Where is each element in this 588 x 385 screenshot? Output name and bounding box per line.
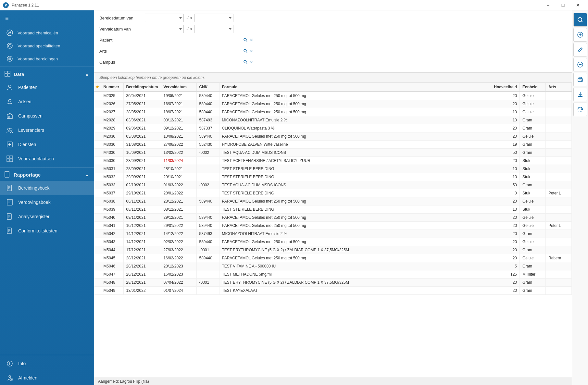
table-row[interactable]: M4030 16/09/2021 13/02/2022 -0002 TEST A…	[94, 149, 572, 157]
sidebar-item-bereidingsboek[interactable]: Bereidingsboek	[0, 181, 94, 195]
table-row[interactable]: M5033 02/10/2021 01/03/2022 -0002 TEST A…	[94, 181, 572, 189]
arts-input[interactable]	[145, 47, 255, 55]
row-star	[94, 108, 101, 116]
maximize-button[interactable]: □	[556, 0, 570, 10]
patient-input[interactable]	[145, 36, 255, 44]
col-header-bereidingsdatum[interactable]: Bereidingsdatum	[123, 83, 161, 92]
search-toolbar-button[interactable]	[573, 13, 587, 27]
table-row[interactable]: M5031 28/09/2021 28/10/2021 TEST STERIEL…	[94, 165, 572, 173]
row-cnk: 589440	[196, 222, 219, 230]
bereidingsdatum-van-select[interactable]	[145, 14, 184, 22]
col-header-formule[interactable]: Formule	[219, 83, 487, 92]
table-row[interactable]: M5046 28/12/2021 28/12/2023 TEST VITAMIN…	[94, 262, 572, 270]
table-row[interactable]: M5045 28/12/2021 16/02/2022 589440 PARAC…	[94, 254, 572, 262]
table-row[interactable]: M5043 14/12/2021 02/02/2022 589440 PARAC…	[94, 238, 572, 246]
row-hoeveelheid: 125	[487, 270, 520, 279]
sidebar-item-bereidingen-voorraad[interactable]: Voorraad bereidingen	[0, 52, 94, 65]
col-header-nummer[interactable]: Nummer	[101, 83, 123, 92]
rapportage-section-header[interactable]: Rapportage ▲	[0, 169, 94, 181]
arts-search-icon[interactable]	[243, 48, 248, 54]
table-row[interactable]: M5048 28/12/2021 07/04/2022 -0001 TEST E…	[94, 279, 572, 287]
sidebar-item-diensten[interactable]: Diensten	[0, 137, 94, 152]
table-row[interactable]: M5047 28/12/2021 16/02/2023 TEST METHADO…	[94, 270, 572, 279]
table-row[interactable]: M2030 03/08/2021 10/08/2021 589440 PARAC…	[94, 132, 572, 141]
row-nummer: M2029	[101, 124, 123, 132]
campus-input[interactable]	[145, 58, 255, 66]
patient-clear-icon[interactable]: ✕	[249, 37, 254, 43]
row-formule: TEST STERIELE BEREIDING	[219, 205, 487, 214]
row-star	[94, 149, 101, 157]
row-cnk: 587493	[196, 116, 219, 124]
patient-search-icon[interactable]	[243, 37, 248, 43]
row-bereidingsdatum: 03/06/2021	[123, 116, 161, 124]
sidebar-item-conformiteitstesten[interactable]: Conformiteitstesten	[0, 224, 94, 238]
table-row[interactable]: M5041 10/12/2021 29/01/2022 589440 PARAC…	[94, 222, 572, 230]
arts-input-wrapper: ✕	[145, 47, 255, 55]
campus-clear-icon[interactable]: ✕	[249, 59, 254, 65]
table-row[interactable]: M2025 30/04/2021 19/06/2021 589440 PARAC…	[94, 92, 572, 100]
data-section-header[interactable]: Data ▲	[0, 68, 94, 80]
table-row[interactable]: M2026 27/05/2021 16/07/2021 589440 PARAC…	[94, 100, 572, 108]
close-button[interactable]: ✕	[570, 0, 585, 10]
sidebar-item-leveranciers[interactable]: Leveranciers	[0, 123, 94, 137]
vervaldatum-van-select[interactable]	[145, 25, 184, 33]
col-header-star[interactable]: ★	[94, 83, 101, 92]
sidebar-item-analyseregister[interactable]: Analyseregister	[0, 209, 94, 224]
table-row[interactable]: M5032 29/09/2021 29/10/2021 TEST STERIEL…	[94, 173, 572, 181]
sidebar-item-campussen[interactable]: Campussen	[0, 109, 94, 123]
row-arts	[546, 132, 572, 141]
table-row[interactable]: M5039 08/11/2021 08/12/2021 TEST STERIEL…	[94, 205, 572, 214]
vervaldatum-tm-label: t/m	[186, 27, 192, 31]
patient-label: Patiënt	[99, 38, 145, 43]
table-row[interactable]: M5037 29/10/2021 28/01/2022 TEST STERIEL…	[94, 189, 572, 197]
table-row[interactable]: M5049 13/01/2022 01/07/2024 TEST KAYEXAL…	[94, 287, 572, 295]
row-star	[94, 141, 101, 149]
minus-toolbar-button[interactable]	[573, 58, 587, 71]
col-header-cnk[interactable]: CNK	[196, 83, 219, 92]
table-row[interactable]: M3030 31/08/2021 27/06/2022 552430 HYDRO…	[94, 141, 572, 149]
sidebar-item-artsen[interactable]: Artsen	[0, 94, 94, 109]
table-row[interactable]: M5044 17/12/2021 27/03/2022 -0001 TEST E…	[94, 246, 572, 254]
table-row[interactable]: M2028 03/06/2021 03/12/2021 587493 MICON…	[94, 116, 572, 124]
row-nummer: M2028	[101, 116, 123, 124]
campus-search-icon[interactable]	[243, 59, 248, 65]
sidebar-item-info[interactable]: Info	[0, 356, 94, 371]
print-toolbar-button[interactable]	[573, 73, 587, 86]
col-header-hoeveelheid[interactable]: Hoeveelheid	[487, 83, 520, 92]
sidebar-item-voorraadplaatsen[interactable]: Voorraadplaatsen	[0, 152, 94, 166]
edit-toolbar-button[interactable]	[573, 43, 587, 56]
col-header-eenheid[interactable]: Eenheid	[520, 83, 546, 92]
sidebar-item-afmelden[interactable]: Afmelden	[0, 371, 94, 385]
sidebar-item-verdovingsboek[interactable]: Verdovingsboek	[0, 195, 94, 209]
minimize-button[interactable]: −	[541, 0, 556, 10]
col-header-arts[interactable]: Arts	[546, 83, 572, 92]
vervaldatum-label: Vervaldatum van	[99, 27, 145, 31]
row-vervaldatum: 11/03/2024	[161, 157, 196, 165]
add-toolbar-button[interactable]	[573, 28, 587, 42]
vervaldatum-tm-select[interactable]	[194, 25, 233, 33]
row-nummer: M5041	[101, 222, 123, 230]
refresh-toolbar-button[interactable]	[573, 103, 587, 116]
table-row[interactable]: M2027 28/05/2021 18/07/2021 589440 PARAC…	[94, 108, 572, 116]
campus-icons: ✕	[243, 59, 254, 65]
row-nummer: M2030	[101, 132, 123, 141]
svg-point-4	[8, 44, 11, 47]
col-header-vervaldatum[interactable]: Vervaldatum	[161, 83, 196, 92]
sidebar-item-chemicalien[interactable]: Voorraad chemicaliën	[0, 26, 94, 39]
arts-clear-icon[interactable]: ✕	[249, 48, 254, 54]
row-nummer: M5043	[101, 238, 123, 246]
table-row[interactable]: M2029 09/06/2021 09/12/2021 587337 CLIOQ…	[94, 124, 572, 132]
data-table-container[interactable]: ★ Nummer Bereidingsdatum Vervaldatum CNK…	[94, 83, 588, 378]
row-bereidingsdatum: 14/12/2021	[123, 230, 161, 238]
table-row[interactable]: M5038 08/11/2021 28/12/2021 589440 PARAC…	[94, 197, 572, 205]
filter-row-patient: Patiënt ✕	[99, 36, 583, 44]
sidebar-item-specialiteiten[interactable]: Voorraad specialiteiten	[0, 39, 94, 52]
download-toolbar-button[interactable]	[573, 88, 587, 101]
table-row[interactable]: M5040 09/11/2021 29/12/2021 589440 PARAC…	[94, 214, 572, 222]
table-row[interactable]: M5042 14/12/2021 14/12/2022 587493 MICON…	[94, 230, 572, 238]
table-row[interactable]: M5030 23/09/2021 11/03/2024 TEST ACETFEN…	[94, 157, 572, 165]
bereidingsdatum-tm-select[interactable]	[194, 14, 233, 22]
sidebar-item-patienten[interactable]: Patiënten	[0, 80, 94, 94]
row-vervaldatum: 28/12/2023	[161, 262, 196, 270]
hamburger-menu[interactable]: ≡	[0, 10, 94, 26]
